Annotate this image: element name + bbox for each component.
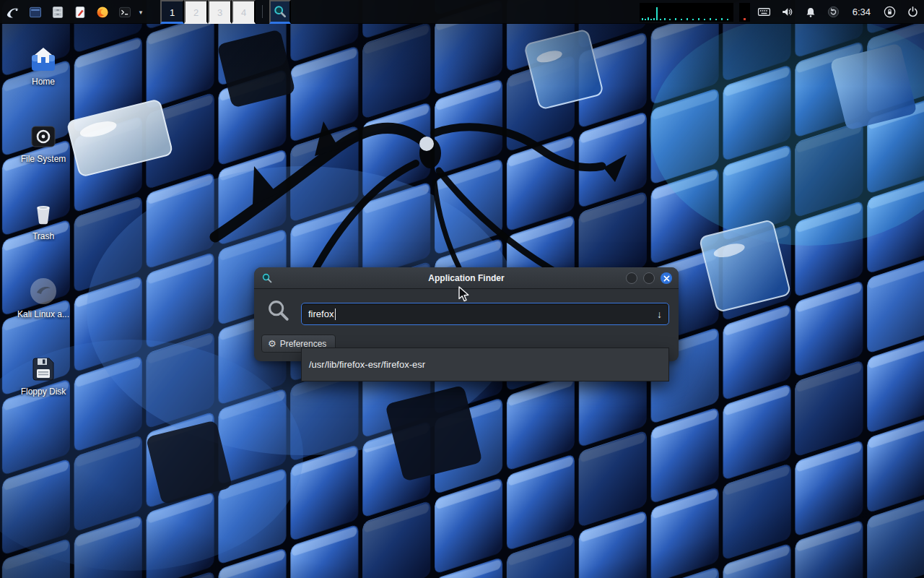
mini-monitor-widget[interactable] bbox=[739, 3, 750, 22]
tasklist-application-finder[interactable] bbox=[269, 0, 291, 24]
desktop-icon-label: Floppy Disk bbox=[6, 387, 81, 397]
kali-logo-icon bbox=[5, 4, 21, 20]
application-finder-window: Application Finder bbox=[254, 267, 679, 361]
speaker-icon bbox=[780, 5, 794, 19]
magnifier-icon bbox=[273, 4, 287, 21]
sync-circle-icon bbox=[827, 5, 840, 19]
chevron-down-icon: ▾ bbox=[139, 9, 143, 16]
launcher-text-editor[interactable] bbox=[69, 0, 91, 24]
panel-right-cluster: 6:34 bbox=[640, 0, 921, 24]
tray-volume-button[interactable] bbox=[779, 0, 796, 24]
tray-keyboard-button[interactable] bbox=[756, 0, 773, 24]
close-icon bbox=[663, 273, 670, 284]
workspace-4[interactable]: 4 bbox=[232, 0, 256, 24]
keyboard-icon bbox=[757, 5, 771, 19]
power-icon bbox=[906, 5, 920, 19]
workspace-switcher: 1 2 3 4 bbox=[160, 0, 256, 23]
terminal-dropdown-chevron[interactable]: ▾ bbox=[136, 0, 146, 24]
minimize-button[interactable] bbox=[626, 272, 637, 284]
trash-icon bbox=[6, 197, 81, 228]
tray-lock-button[interactable] bbox=[881, 0, 898, 24]
close-button[interactable] bbox=[661, 272, 672, 284]
kali-disc-icon bbox=[6, 275, 81, 306]
desktop-icon-kali-linux[interactable]: Kali Linux a... bbox=[6, 275, 81, 320]
tray-power-button[interactable] bbox=[904, 0, 921, 24]
clock[interactable]: 6:34 bbox=[853, 7, 871, 17]
dropdown-arrow-icon[interactable]: ↓ bbox=[657, 308, 662, 321]
cpu-graph-widget[interactable] bbox=[640, 3, 733, 22]
workspace-2[interactable]: 2 bbox=[184, 0, 208, 24]
desktop-icon-label: File System bbox=[6, 154, 81, 165]
search-input[interactable]: firefox ↓ bbox=[301, 303, 669, 325]
desktop: ▾ 1 2 3 4 bbox=[0, 0, 924, 578]
workspace-3[interactable]: 3 bbox=[208, 0, 232, 24]
panel-left-cluster: ▾ 1 2 3 4 bbox=[0, 0, 291, 23]
launcher-terminal[interactable] bbox=[113, 0, 136, 24]
mouse-cursor bbox=[458, 286, 472, 306]
desktop-icon-trash[interactable]: Trash bbox=[6, 197, 81, 242]
application-finder-icon bbox=[261, 272, 273, 287]
applications-menu-button[interactable] bbox=[1, 0, 24, 24]
gear-icon: ⚙ bbox=[268, 338, 276, 349]
file-cabinet-icon bbox=[51, 5, 65, 20]
firefox-icon bbox=[95, 5, 110, 20]
floppy-disk-icon bbox=[6, 352, 81, 384]
launcher-firefox[interactable] bbox=[91, 0, 113, 24]
terminal-icon bbox=[118, 5, 132, 20]
tray-notifications-button[interactable] bbox=[802, 0, 819, 24]
completion-popup: /usr/lib/firefox-esr/firefox-esr bbox=[301, 348, 669, 381]
launcher-file-manager[interactable] bbox=[46, 0, 69, 24]
workspace-1[interactable]: 1 bbox=[160, 0, 184, 24]
hard-disk-icon bbox=[6, 119, 81, 151]
search-input-value: firefox bbox=[308, 309, 334, 319]
tray-updates-button[interactable] bbox=[825, 0, 842, 24]
lock-icon bbox=[883, 5, 897, 19]
launcher-show-desktop[interactable] bbox=[24, 0, 46, 24]
top-panel: ▾ 1 2 3 4 bbox=[0, 0, 924, 24]
bell-icon bbox=[804, 6, 817, 19]
text-caret bbox=[335, 309, 336, 320]
completion-item[interactable]: /usr/lib/firefox-esr/firefox-esr bbox=[302, 353, 668, 375]
desktop-icon-file-system[interactable]: File System bbox=[6, 119, 81, 165]
document-pen-icon bbox=[73, 5, 87, 20]
desktop-icon-home[interactable]: Home bbox=[6, 42, 81, 87]
desktop-icon-label: Kali Linux a... bbox=[6, 309, 81, 320]
desktop-icon-floppy-disk[interactable]: Floppy Disk bbox=[6, 352, 81, 397]
window-icon bbox=[28, 5, 43, 20]
panel-separator bbox=[262, 5, 263, 18]
home-folder-icon bbox=[6, 42, 81, 74]
search-icon bbox=[266, 298, 291, 326]
desktop-icon-label: Trash bbox=[6, 231, 81, 242]
window-title: Application Finder bbox=[254, 273, 679, 283]
desktop-icon-label: Home bbox=[6, 77, 81, 87]
maximize-button[interactable] bbox=[643, 272, 655, 284]
